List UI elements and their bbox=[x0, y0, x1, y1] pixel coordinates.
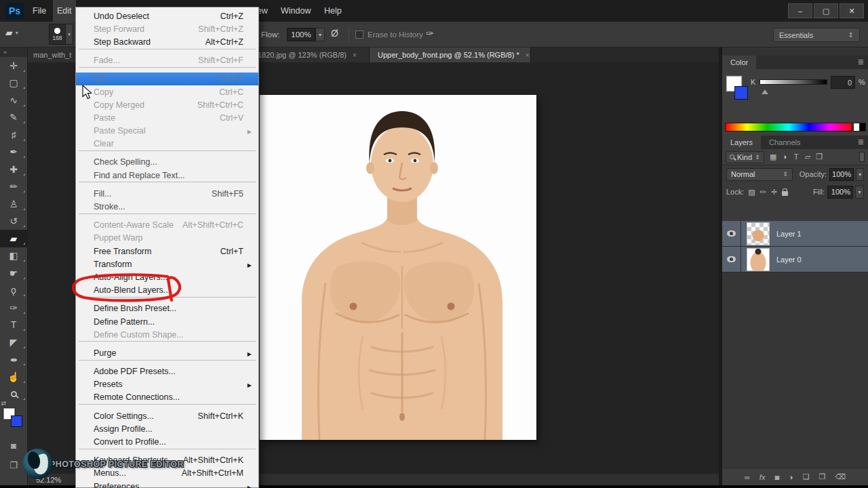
flow-dropdown[interactable]: ▾ bbox=[315, 28, 325, 41]
minimize-button[interactable]: – bbox=[788, 3, 812, 18]
filter-toggle-switch[interactable] bbox=[859, 152, 865, 162]
type-tool[interactable]: T bbox=[0, 317, 27, 334]
opacity-field[interactable]: 100% bbox=[829, 168, 854, 181]
layer-filter-kind-select[interactable]: Kind ⇕ bbox=[726, 151, 764, 163]
lasso-tool[interactable]: ∿ bbox=[0, 92, 27, 109]
erase-to-history-checkbox[interactable] bbox=[355, 30, 363, 39]
lock-position-icon[interactable]: ✛ bbox=[771, 188, 777, 197]
workspace-switcher[interactable]: Essentials ⇕ bbox=[773, 28, 860, 42]
edit-menu-item[interactable]: Keyboard Shortcuts... Alt+Shift+Ctrl+K bbox=[76, 454, 258, 467]
filter-adjustment-layers-icon[interactable]: ◑ bbox=[780, 152, 790, 161]
edit-menu-item[interactable]: Free Transform Ctrl+T bbox=[76, 245, 258, 258]
edit-menu-item[interactable]: Preferences bbox=[76, 480, 258, 488]
marquee-tool[interactable]: ▢ bbox=[0, 75, 27, 92]
edit-menu-item[interactable]: Find and Replace Text... bbox=[76, 169, 258, 182]
new-layer-icon[interactable]: ❐ bbox=[819, 472, 826, 481]
airbrush-icon[interactable]: Ø bbox=[331, 28, 338, 39]
menubar-file[interactable]: File bbox=[28, 0, 50, 22]
quick-selection-tool[interactable]: ✎ bbox=[0, 109, 27, 127]
maximize-button[interactable]: ▢ bbox=[814, 3, 838, 18]
edit-menu-item[interactable]: Purge bbox=[76, 346, 258, 359]
tab-upper-body-front[interactable]: Upper_body_front.png @ 52.1% (RGB/8) * × bbox=[370, 47, 531, 62]
edit-menu-item[interactable]: Content-Aware Scale Alt+Shift+Ctrl+C bbox=[76, 219, 258, 232]
close-icon[interactable]: × bbox=[353, 52, 357, 59]
blend-mode-select[interactable]: Normal ⇕ bbox=[726, 168, 793, 181]
gradient-tool[interactable]: ◧ bbox=[0, 247, 27, 265]
edit-menu-item[interactable]: Clear bbox=[76, 138, 258, 150]
edit-menu-item[interactable]: Convert to Profile... bbox=[76, 435, 258, 448]
tab-layers[interactable]: Layers bbox=[722, 136, 761, 149]
move-tool[interactable]: ✛ bbox=[0, 57, 27, 75]
menubar-edit[interactable]: Edit bbox=[53, 0, 76, 22]
toolbar-collapse-button[interactable]: » bbox=[0, 47, 27, 57]
edit-menu-item[interactable]: Menus... Alt+Shift+Ctrl+M bbox=[76, 467, 258, 480]
k-value-field[interactable]: 0 bbox=[831, 76, 855, 89]
hand-tool[interactable]: ☝ bbox=[0, 368, 27, 386]
edit-menu-item[interactable]: Auto-Align Layers... bbox=[76, 270, 258, 283]
menubar-help[interactable]: Help bbox=[320, 0, 346, 22]
filter-smart-objects-icon[interactable]: ❒ bbox=[814, 152, 825, 161]
dodge-tool[interactable]: ϙ bbox=[0, 282, 27, 300]
color-spectrum-ramp[interactable] bbox=[725, 123, 852, 131]
crop-tool[interactable]: ♯ bbox=[0, 126, 27, 144]
fill-field[interactable]: 100% bbox=[827, 186, 853, 199]
canvas[interactable] bbox=[260, 95, 536, 440]
edit-menu-item[interactable]: Define Pattern... bbox=[76, 315, 258, 328]
tool-preset-picker[interactable]: ▰ ▾ bbox=[5, 27, 18, 38]
brush-preset-picker[interactable]: 168 ▾ bbox=[49, 24, 73, 45]
close-button[interactable]: ✕ bbox=[840, 3, 864, 18]
edit-menu-item[interactable]: Color Settings... Shift+Ctrl+K bbox=[76, 409, 258, 422]
edit-menu-item[interactable]: Fill... Shift+F5 bbox=[76, 187, 258, 200]
background-color-swatch[interactable] bbox=[734, 86, 748, 100]
swap-colors-icon[interactable]: ⇄ bbox=[1, 400, 7, 407]
history-brush-tool[interactable]: ↺ bbox=[0, 213, 27, 230]
menubar-window[interactable]: Window bbox=[277, 0, 315, 22]
panel-menu-icon[interactable]: ≣ bbox=[858, 136, 868, 149]
smudge-tool[interactable]: ☛ bbox=[0, 264, 27, 282]
tab-channels[interactable]: Channels bbox=[761, 136, 808, 149]
edit-menu-item[interactable]: Remote Connections... bbox=[76, 391, 258, 404]
edit-menu-item[interactable]: Copy Merged Shift+Ctrl+C bbox=[76, 98, 258, 111]
lock-all-icon[interactable] bbox=[782, 191, 788, 196]
ellipse-tool[interactable]: ● bbox=[0, 351, 27, 369]
path-selection-tool[interactable]: ◤ bbox=[0, 333, 27, 351]
brush-tool[interactable]: ✏ bbox=[0, 178, 27, 196]
layer-mask-icon[interactable]: ◙ bbox=[774, 473, 779, 481]
edit-menu-item[interactable]: Define Custom Shape... bbox=[76, 328, 258, 341]
filter-pixel-layers-icon[interactable]: ▦ bbox=[768, 152, 778, 161]
filter-shape-layers-icon[interactable]: ▱ bbox=[803, 152, 813, 161]
edit-menu-item[interactable]: Puppet Warp bbox=[76, 232, 258, 245]
layer-style-icon[interactable]: fx bbox=[760, 473, 766, 481]
delete-layer-icon[interactable]: ⌫ bbox=[835, 472, 846, 481]
zoom-level-field[interactable]: 52.12% bbox=[36, 476, 61, 484]
edit-menu-item[interactable]: Presets bbox=[76, 378, 258, 391]
tab-color[interactable]: Color bbox=[722, 56, 756, 69]
layer-row-layer-0[interactable]: Layer 0 bbox=[722, 247, 868, 272]
edit-menu-item[interactable]: Check Spelling... bbox=[76, 156, 258, 169]
edit-menu-item[interactable]: Auto-Blend Layers... bbox=[76, 284, 258, 297]
eraser-tool[interactable]: ▰ bbox=[0, 230, 27, 247]
pen-tool[interactable]: ✑ bbox=[0, 299, 27, 317]
brush-panel-toggle-icon[interactable]: ✑ bbox=[426, 28, 434, 39]
edit-menu-item[interactable]: Fade... Shift+Ctrl+F bbox=[76, 54, 258, 67]
edit-menu-item[interactable]: Step Forward Shift+Ctrl+Z bbox=[76, 22, 258, 35]
edit-menu-item[interactable]: Stroke... bbox=[76, 200, 258, 213]
edit-menu-item[interactable]: Paste Ctrl+V bbox=[76, 111, 258, 124]
background-color-swatch[interactable] bbox=[11, 415, 22, 427]
lock-transparency-icon[interactable]: ▨ bbox=[748, 188, 755, 197]
screen-mode-button[interactable]: ❐ bbox=[9, 460, 18, 470]
eyedropper-tool[interactable]: ✒ bbox=[0, 144, 27, 161]
edit-menu-item[interactable]: Adobe PDF Presets... bbox=[76, 365, 258, 378]
link-layers-icon[interactable]: ∞ bbox=[745, 473, 750, 481]
slider-handle[interactable] bbox=[762, 86, 768, 94]
edit-menu-item[interactable]: Copy Ctrl+C bbox=[76, 85, 258, 98]
lock-image-icon[interactable]: ✏ bbox=[760, 188, 766, 197]
layer-row-layer-1[interactable]: Layer 1 bbox=[722, 221, 868, 247]
healing-brush-tool[interactable]: ✚ bbox=[0, 161, 27, 178]
black-swatch[interactable] bbox=[860, 123, 866, 131]
layer-group-icon[interactable]: ❏ bbox=[803, 472, 810, 481]
panel-menu-icon[interactable]: ≣ bbox=[858, 56, 868, 69]
white-swatch[interactable] bbox=[853, 123, 860, 131]
chevron-down-icon[interactable]: ▼ bbox=[855, 186, 864, 199]
flow-input[interactable]: 100% bbox=[287, 28, 315, 41]
